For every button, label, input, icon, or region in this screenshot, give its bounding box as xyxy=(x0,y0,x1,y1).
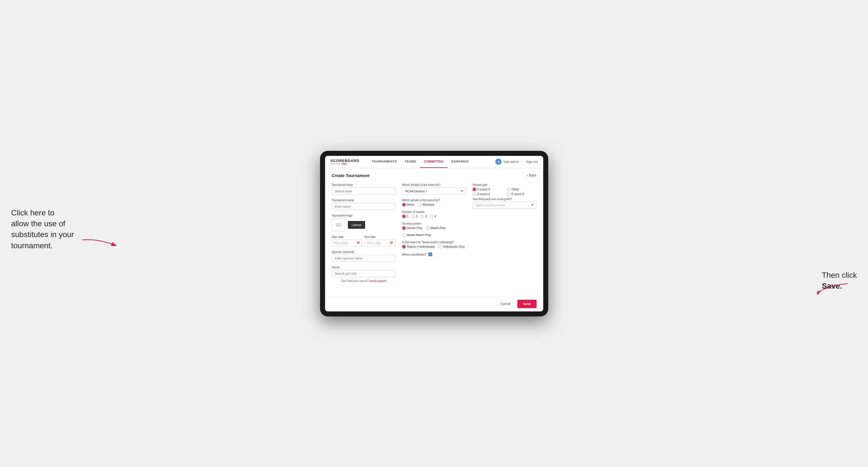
round-3-radio[interactable] xyxy=(421,215,424,218)
round-2-radio[interactable] xyxy=(411,215,415,218)
round-1-radio[interactable] xyxy=(402,215,406,218)
form-layout: Tournament Host Tournament name Tourname… xyxy=(332,183,536,282)
tournament-name-label: Tournament name xyxy=(332,199,396,202)
nav-item-teams[interactable]: TEAMS xyxy=(401,156,420,168)
sponsor-label: Sponsor (optional) xyxy=(332,250,396,253)
scoring-match-radio[interactable] xyxy=(426,226,429,230)
event-teams[interactable]: Teams (+Individuals) xyxy=(402,245,435,249)
scoring-medal-label: Medal Match Play xyxy=(407,233,431,237)
format-radio-grid: 5 count 4 Other 6 count 4 xyxy=(472,188,536,196)
scoring-medal-radio[interactable] xyxy=(402,233,406,237)
event-teams-radio[interactable] xyxy=(402,245,406,249)
scoring-stroke-label: Stroke Play xyxy=(407,226,423,229)
scoring-match[interactable]: Match Play xyxy=(426,226,445,230)
gender-womens-radio[interactable] xyxy=(418,203,421,207)
format-6count5-radio[interactable] xyxy=(507,192,510,196)
save-button[interactable]: Save xyxy=(517,300,536,308)
format-other[interactable]: Other xyxy=(507,188,536,191)
end-date-input[interactable]: Pick a date 📅 xyxy=(365,240,396,247)
format-6count5[interactable]: 6 count 5 xyxy=(507,192,536,196)
round-4-label: 4 xyxy=(434,215,436,218)
end-date-label: End date xyxy=(365,236,396,239)
scoring-medal[interactable]: Medal Match Play xyxy=(402,233,431,237)
user-name: blair admin xyxy=(504,160,519,163)
format-6count4[interactable]: 6 count 4 xyxy=(472,192,502,196)
event-individuals-label: Individuals Only xyxy=(443,245,465,248)
format-5count4-radio[interactable] xyxy=(472,188,476,191)
gender-mens[interactable]: Mens xyxy=(402,203,414,207)
gender-womens[interactable]: Womens xyxy=(418,203,434,207)
logo-scoreboard: SCOREBOARD xyxy=(331,159,360,163)
round-1[interactable]: 1 xyxy=(402,215,408,218)
format-other-radio[interactable] xyxy=(507,188,510,191)
scoring-stroke-radio[interactable] xyxy=(402,226,406,230)
tournament-name-group: Tournament name xyxy=(332,199,396,210)
nav-right: B blair admin | Sign out xyxy=(495,159,537,165)
scoring-api-select[interactable]: Select a scoring service xyxy=(472,202,536,209)
form-footer: Cancel Save xyxy=(325,296,543,311)
format-5count4[interactable]: 5 count 4 xyxy=(472,188,502,191)
scoring-stroke[interactable]: Stroke Play xyxy=(402,226,423,230)
event-type-radio-group: Teams (+Individuals) Individuals Only xyxy=(402,245,466,249)
dates-group: Start date Pick a date 📅 End date xyxy=(332,236,396,247)
cancel-button[interactable]: Cancel xyxy=(496,300,515,308)
round-2[interactable]: 2 xyxy=(411,215,418,218)
tournament-logo-group: Tournament logo Upload xyxy=(332,214,396,231)
tournament-logo-label: Tournament logo xyxy=(332,214,396,217)
middle-column: Which division is the event for? NCAA Di… xyxy=(402,183,466,282)
annotation-left: Click here to allow the use of substitut… xyxy=(11,207,74,251)
page-title: Create Tournament xyxy=(332,173,370,178)
event-individuals-radio[interactable] xyxy=(438,245,442,249)
date-row: Start date Pick a date 📅 End date xyxy=(332,236,396,247)
back-button[interactable]: ‹ Back xyxy=(527,174,536,177)
tournament-name-input[interactable] xyxy=(332,203,396,210)
navigation: SCOREBOARD Powered by clippd TOURNAMENTS… xyxy=(325,156,543,168)
sign-out-link[interactable]: Sign out xyxy=(526,160,537,163)
format-6count5-label: 6 count 5 xyxy=(512,192,524,196)
round-3[interactable]: 3 xyxy=(421,215,427,218)
start-date-group: Start date Pick a date 📅 xyxy=(332,236,363,247)
venue-label: Venue xyxy=(332,266,396,269)
nav-item-committee[interactable]: COMMITTEE xyxy=(420,156,447,168)
substitutes-label: Allow substitutes? xyxy=(402,253,427,256)
event-individuals[interactable]: Individuals Only xyxy=(438,245,465,249)
event-type-label: Is this event for Teams and/or Individua… xyxy=(402,241,466,244)
event-type-group: Is this event for Teams and/or Individua… xyxy=(402,241,466,249)
round-4-radio[interactable] xyxy=(430,215,433,218)
venue-input[interactable] xyxy=(332,270,396,277)
round-2-label: 2 xyxy=(416,215,418,218)
format-6count4-radio[interactable] xyxy=(472,192,476,196)
tournament-host-input[interactable] xyxy=(332,188,396,195)
round-4[interactable]: 4 xyxy=(430,215,436,218)
gender-womens-label: Womens xyxy=(423,203,434,206)
page-content: Create Tournament ‹ Back Tournament Host xyxy=(325,168,543,296)
rounds-group: Number of rounds 1 2 xyxy=(402,210,466,218)
substitutes-group: Allow substitutes? ✓ xyxy=(402,252,466,256)
division-label: Which division is the event for? xyxy=(402,183,466,186)
nav-item-tournaments[interactable]: TOURNAMENTS xyxy=(368,156,401,168)
venue-email-link[interactable]: email support xyxy=(369,279,386,282)
scoring-api-label: Use third-party live scoring API? xyxy=(472,197,536,201)
tournament-host-group: Tournament Host xyxy=(332,183,396,195)
division-select[interactable]: NCAA Division I xyxy=(402,188,466,195)
start-date-input[interactable]: Pick a date 📅 xyxy=(332,240,363,247)
tablet-device: SCOREBOARD Powered by clippd TOURNAMENTS… xyxy=(320,151,548,316)
substitutes-checkbox[interactable]: ✓ xyxy=(428,252,432,256)
nav-items: TOURNAMENTS TEAMS COMMITTEE RANKINGS xyxy=(368,156,495,168)
logo-clippd: clippd xyxy=(341,163,347,165)
back-chevron-icon: ‹ xyxy=(527,174,528,177)
avatar: B xyxy=(495,159,501,165)
format-other-label: Other xyxy=(512,188,519,191)
logo-powered: Powered by clippd xyxy=(331,163,360,165)
scoring-system-label: Scoring system xyxy=(402,222,466,225)
calendar-icon-end: 📅 xyxy=(390,242,393,245)
nav-item-rankings[interactable]: RANKINGS xyxy=(447,156,473,168)
gender-mens-radio[interactable] xyxy=(402,203,406,207)
sponsor-input[interactable] xyxy=(332,255,396,262)
upload-button[interactable]: Upload xyxy=(348,221,365,229)
scoring-match-label: Match Play xyxy=(431,226,445,229)
rounds-radio-group: 1 2 3 xyxy=(402,215,466,218)
gender-group: Which gender is the event for? Mens Wome… xyxy=(402,199,466,207)
round-3-label: 3 xyxy=(425,215,427,218)
tournament-host-label: Tournament Host xyxy=(332,183,396,186)
